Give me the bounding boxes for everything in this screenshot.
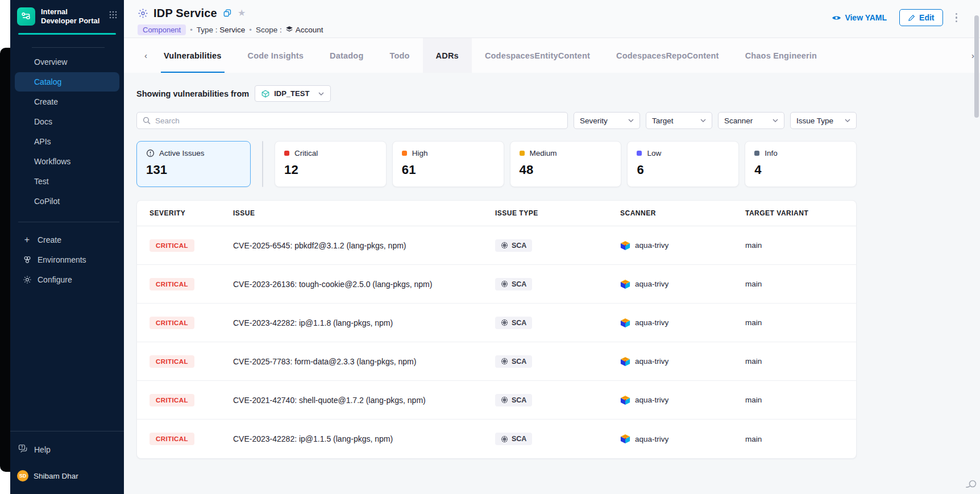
sidebar-item-create[interactable]: Create xyxy=(15,92,119,111)
scanner-cell: aqua-trivy xyxy=(620,279,745,289)
column-header: ISSUE xyxy=(233,209,495,217)
target-variant: main xyxy=(745,357,856,366)
search-input[interactable] xyxy=(155,117,562,125)
active-issues-value: 131 xyxy=(146,163,241,177)
filter-scanner[interactable]: Scanner xyxy=(718,112,784,129)
cube-icon xyxy=(261,90,269,98)
tab-vulnerabilities[interactable]: Vulnerabilities xyxy=(151,38,235,73)
target-variant: main xyxy=(745,435,856,443)
severity-summary-row: Active Issues 131 Critical 12 High 61 Me… xyxy=(136,141,857,187)
sidebar-item-configure[interactable]: Configure xyxy=(15,270,119,290)
floating-helper-icon[interactable] xyxy=(965,479,977,492)
table-row[interactable]: CRITICAL CVE-2023-26136: tough-cookie@2.… xyxy=(137,265,856,304)
avatar: SD xyxy=(17,470,28,481)
filter-target[interactable]: Target xyxy=(646,112,712,129)
table-row[interactable]: CRITICAL CVE-2023-42282: ip@1.1.8 (lang-… xyxy=(137,304,856,342)
tab-label: CodespacesRepoContent xyxy=(616,51,719,60)
sidebar-item-apis[interactable]: APIs xyxy=(15,132,119,151)
scanner-cell: aqua-trivy xyxy=(620,395,745,405)
issue-title: CVE-2023-42282: ip@1.1.8 (lang-pkgs, npm… xyxy=(233,318,495,327)
active-issues-card[interactable]: Active Issues 131 xyxy=(136,141,251,187)
severity-card-critical[interactable]: Critical 12 xyxy=(275,141,387,187)
scanner-cell: aqua-trivy xyxy=(620,240,745,251)
edit-label: Edit xyxy=(919,13,934,22)
sidebar-item-create[interactable]: + Create xyxy=(15,230,119,250)
scanner-name: aqua-trivy xyxy=(635,435,668,443)
issue-title: CVE-2025-6545: pbkdf2@3.1.2 (lang-pkgs, … xyxy=(233,241,495,250)
app-logo-icon[interactable] xyxy=(17,7,35,26)
project-selector[interactable]: IDP_TEST xyxy=(255,85,331,102)
sca-web-icon xyxy=(501,280,508,288)
sidebar-item-test[interactable]: Test xyxy=(15,172,119,191)
tabs-scroll-left-icon[interactable]: ‹ xyxy=(141,51,151,60)
pencil-icon xyxy=(908,14,915,22)
target-variant: main xyxy=(745,396,856,404)
favorite-star-icon[interactable]: ★ xyxy=(238,9,246,18)
tab-label: Chaos Engineerin xyxy=(745,51,817,60)
app-switcher-icon[interactable] xyxy=(109,11,117,21)
table-row[interactable]: CRITICAL CVE-2021-42740: shell-quote@1.7… xyxy=(137,381,856,420)
severity-dot xyxy=(637,151,642,156)
tab-codespacesrepocontent[interactable]: CodespacesRepoContent xyxy=(603,38,732,73)
filter-label: Target xyxy=(652,117,674,125)
help-button[interactable]: ? Help xyxy=(10,431,124,455)
scanner-name: aqua-trivy xyxy=(635,318,668,327)
sidebar-item-copilot[interactable]: CoPilot xyxy=(15,192,119,211)
meta-separator: • xyxy=(249,26,252,34)
table-row[interactable]: CRITICAL CVE-2025-6545: pbkdf2@3.1.2 (la… xyxy=(137,226,856,265)
severity-count: 48 xyxy=(520,163,612,177)
tab-label: Code Insights xyxy=(248,51,304,60)
filter-group: Severity Target Scanner Issue Type xyxy=(568,112,857,129)
table-header-row: SEVERITYISSUEISSUE TYPESCANNERTARGET VAR… xyxy=(137,201,856,226)
view-yaml-button[interactable]: View YAML xyxy=(832,13,887,22)
entity-type-value: Service xyxy=(219,26,245,34)
tab-label: Datadog xyxy=(330,51,363,60)
severity-card-info[interactable]: Info 4 xyxy=(745,141,857,187)
tab-label: ADRs xyxy=(436,51,459,60)
sidebar-item-label: Create xyxy=(38,235,61,244)
sca-web-icon xyxy=(501,319,508,326)
entity-tabbar: ‹ VulnerabilitiesCode InsightsDatadogTod… xyxy=(124,38,980,73)
sidebar-item-catalog[interactable]: Catalog xyxy=(15,72,119,92)
entity-scope-value: Account xyxy=(296,26,323,34)
filter-issue-type[interactable]: Issue Type xyxy=(790,112,857,129)
gear-icon xyxy=(22,275,32,284)
edit-button[interactable]: Edit xyxy=(899,9,942,26)
copy-icon[interactable] xyxy=(223,9,231,17)
table-row[interactable]: CRITICAL CVE-2025-7783: form-data@2.3.3 … xyxy=(137,342,856,381)
screen-edge-top-gap xyxy=(0,0,10,48)
project-selector-value: IDP_TEST xyxy=(274,89,309,98)
tab-chaos-engineerin[interactable]: Chaos Engineerin xyxy=(732,38,830,73)
sidebar-item-overview[interactable]: Overview xyxy=(15,52,119,72)
tab-todo[interactable]: Todo xyxy=(376,38,422,73)
tab-code-insights[interactable]: Code Insights xyxy=(235,38,317,73)
more-options-icon[interactable] xyxy=(952,11,961,24)
sca-web-icon xyxy=(501,242,508,249)
issue-type-label: SCA xyxy=(512,319,526,327)
target-variant: main xyxy=(745,280,856,288)
tab-adrs[interactable]: ADRs xyxy=(423,38,472,73)
severity-card-medium[interactable]: Medium 48 xyxy=(510,141,622,187)
issue-title: CVE-2023-42282: ip@1.1.5 (lang-pkgs, npm… xyxy=(233,434,495,443)
filter-severity[interactable]: Severity xyxy=(574,112,640,129)
severity-card-low[interactable]: Low 6 xyxy=(627,141,739,187)
sidebar-item-workflows[interactable]: Workflows xyxy=(15,152,119,171)
user-menu[interactable]: SD Shibam Dhar xyxy=(10,455,124,494)
app-root: Internal Developer Portal OverviewCatalo… xyxy=(0,0,980,494)
entity-kind-badge: Component xyxy=(138,24,186,35)
sidebar-item-label: Create xyxy=(34,97,58,106)
scanner-cell: aqua-trivy xyxy=(620,434,745,444)
severity-label: High xyxy=(412,149,428,157)
issue-type-badge: SCA xyxy=(495,433,532,445)
sidebar-item-environments[interactable]: Environments xyxy=(15,250,119,270)
vertical-scrollbar[interactable] xyxy=(974,15,979,118)
severity-badge: CRITICAL xyxy=(150,394,194,406)
sidebar-item-docs[interactable]: Docs xyxy=(15,112,119,131)
issue-type-badge: SCA xyxy=(495,278,532,290)
severity-card-high[interactable]: High 61 xyxy=(392,141,504,187)
tab-datadog[interactable]: Datadog xyxy=(317,38,376,73)
table-row[interactable]: CRITICAL CVE-2023-42282: ip@1.1.5 (lang-… xyxy=(137,420,856,458)
tab-codespacesentitycontent[interactable]: CodespacesEntityContent xyxy=(472,38,603,73)
scanner-cell: aqua-trivy xyxy=(620,356,745,367)
sidebar-item-label: CoPilot xyxy=(34,197,60,206)
